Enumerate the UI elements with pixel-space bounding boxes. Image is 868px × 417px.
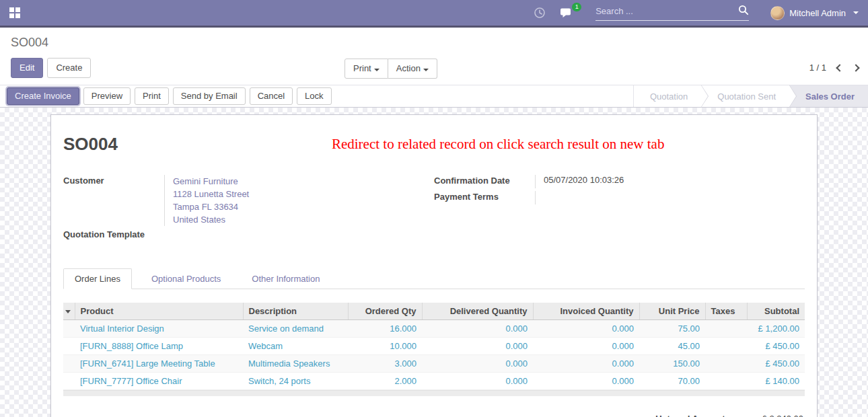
cell-delivered-qty[interactable]: 0.000 xyxy=(422,373,533,390)
cell-subtotal[interactable]: £ 450.00 xyxy=(747,355,805,373)
cell-subtotal[interactable]: £ 140.00 xyxy=(747,373,805,390)
cell-ordered-qty[interactable]: 3.000 xyxy=(348,355,422,373)
quotation-template-label: Quotation Template xyxy=(63,229,164,242)
field-groups: Customer Gemini Furniture 1128 Lunetta S… xyxy=(63,175,805,245)
user-menu[interactable]: Mitchell Admin xyxy=(770,6,859,20)
send-by-email-button[interactable]: Send by Email xyxy=(173,87,246,105)
order-totals: Untaxed Amount: £ 2,240.00 xyxy=(63,414,805,417)
table-header-row: Product Description Ordered Qty Delivere… xyxy=(63,303,805,320)
cell-product[interactable]: [FURN_6741] Large Meeting Table xyxy=(75,355,243,373)
cell-delivered-qty[interactable]: 0.000 xyxy=(422,338,533,355)
cancel-button[interactable]: Cancel xyxy=(250,87,293,105)
cell-unit-price[interactable]: 45.00 xyxy=(639,338,705,355)
sales-order-sheet: SO004 Redirect to related record on clic… xyxy=(50,114,818,417)
cell-invoiced-qty[interactable]: 0.000 xyxy=(533,338,639,355)
col-taxes[interactable]: Taxes xyxy=(705,303,747,320)
table-row[interactable]: Virtual Interior Design Service on deman… xyxy=(63,320,805,338)
tab-order-lines[interactable]: Order Lines xyxy=(63,268,132,289)
table-row[interactable]: [FURN_8888] Office Lamp Webcam 10.000 0.… xyxy=(63,338,805,355)
print-dropdown[interactable]: Print xyxy=(345,59,388,79)
cell-taxes[interactable] xyxy=(705,320,747,338)
cell-delivered-qty[interactable]: 0.000 xyxy=(422,320,533,338)
cell-description[interactable]: Switch, 24 ports xyxy=(243,373,348,390)
pager-count: 1 / 1 xyxy=(809,63,826,73)
state-quotation[interactable]: Quotation xyxy=(634,85,701,107)
cell-delivered-qty[interactable]: 0.000 xyxy=(422,355,533,373)
print-button[interactable]: Print xyxy=(135,87,169,105)
optional-columns-caret-icon[interactable] xyxy=(65,310,71,313)
untaxed-amount-value: £ 2,240.00 xyxy=(728,414,803,417)
top-navbar: 1 Mitchell Admin xyxy=(0,0,868,28)
annotation-text: Redirect to related record on click sear… xyxy=(332,136,664,153)
cell-taxes[interactable] xyxy=(705,373,747,390)
cell-taxes[interactable] xyxy=(705,338,747,355)
state-quotation-sent[interactable]: Quotation Sent xyxy=(701,85,789,107)
customer-country[interactable]: United States xyxy=(173,213,434,226)
print-action-group: Print Action xyxy=(345,59,437,79)
search-input[interactable] xyxy=(595,6,738,16)
preview-button[interactable]: Preview xyxy=(83,87,131,105)
cell-taxes[interactable] xyxy=(705,355,747,373)
pager: 1 / 1 xyxy=(809,63,859,73)
col-product[interactable]: Product xyxy=(75,303,243,320)
customer-street[interactable]: 1128 Lunetta Street xyxy=(173,188,434,200)
apps-menu-icon[interactable] xyxy=(9,7,20,18)
col-description[interactable]: Description xyxy=(243,303,348,320)
action-dropdown[interactable]: Action xyxy=(388,59,437,79)
quotation-template-value[interactable] xyxy=(164,229,434,242)
cell-invoiced-qty[interactable]: 0.000 xyxy=(533,373,639,390)
table-row[interactable]: [FURN_6741] Large Meeting Table Multimed… xyxy=(63,355,805,373)
cell-ordered-qty[interactable]: 10.000 xyxy=(348,338,422,355)
col-ordered-qty[interactable]: Ordered Qty xyxy=(348,303,422,320)
order-title: SO004 xyxy=(63,134,118,155)
cell-invoiced-qty[interactable]: 0.000 xyxy=(533,355,639,373)
cell-subtotal[interactable]: £ 450.00 xyxy=(747,338,805,355)
confirmation-date-label: Confirmation Date xyxy=(434,175,535,188)
col-delivered-quantity[interactable]: Delivered Quantity xyxy=(422,303,533,320)
cell-description[interactable]: Service on demand xyxy=(243,320,348,338)
order-lines-list: Product Description Ordered Qty Delivere… xyxy=(63,303,805,396)
create-button[interactable]: Create xyxy=(47,58,91,78)
table-row[interactable]: [FURN_7777] Office Chair Switch, 24 port… xyxy=(63,373,805,390)
cell-unit-price[interactable]: 70.00 xyxy=(639,373,705,390)
cell-product[interactable]: [FURN_8888] Office Lamp xyxy=(75,338,243,355)
table-footer-strip xyxy=(63,390,805,396)
payment-terms-label: Payment Terms xyxy=(434,191,535,204)
cell-description[interactable]: Webcam xyxy=(243,338,348,355)
cell-product[interactable]: [FURN_7777] Office Chair xyxy=(75,373,243,390)
status-pipeline: Quotation Quotation Sent Sales Order xyxy=(633,85,868,107)
breadcrumb[interactable]: SO004 xyxy=(11,36,857,50)
activities-clock-icon[interactable] xyxy=(534,7,546,19)
chevron-down-icon xyxy=(853,11,859,14)
lock-button[interactable]: Lock xyxy=(297,87,331,105)
cell-ordered-qty[interactable]: 2.000 xyxy=(348,373,422,390)
edit-button[interactable]: Edit xyxy=(11,58,43,78)
pager-next-icon[interactable] xyxy=(852,64,859,71)
cell-ordered-qty[interactable]: 16.000 xyxy=(348,320,422,338)
customer-value: Gemini Furniture 1128 Lunetta Street Tam… xyxy=(164,175,434,226)
messages-icon[interactable]: 1 xyxy=(560,7,574,19)
customer-city[interactable]: Tampa FL 33634 xyxy=(173,200,434,213)
global-search xyxy=(595,5,749,21)
pager-previous-icon[interactable] xyxy=(836,64,843,71)
cell-unit-price[interactable]: 150.00 xyxy=(639,355,705,373)
tab-other-information[interactable]: Other Information xyxy=(240,268,331,289)
chevron-down-icon xyxy=(374,69,379,71)
col-subtotal[interactable]: Subtotal xyxy=(747,303,805,320)
state-sales-order[interactable]: Sales Order xyxy=(789,85,868,107)
cell-invoiced-qty[interactable]: 0.000 xyxy=(533,320,639,338)
col-unit-price[interactable]: Unit Price xyxy=(639,303,705,320)
confirmation-date-value[interactable]: 05/07/2020 10:03:26 xyxy=(535,175,805,188)
cell-subtotal[interactable]: £ 1,200.00 xyxy=(747,320,805,338)
form-view-background: SO004 Redirect to related record on clic… xyxy=(0,108,868,417)
create-invoice-button[interactable]: Create Invoice xyxy=(7,87,79,105)
search-icon[interactable] xyxy=(738,5,749,17)
col-invoiced-quantity[interactable]: Invoiced Quantity xyxy=(533,303,639,320)
payment-terms-value[interactable] xyxy=(535,191,805,204)
tab-optional-products[interactable]: Optional Products xyxy=(140,268,232,289)
cell-product[interactable]: Virtual Interior Design xyxy=(75,320,243,338)
customer-name-link[interactable]: Gemini Furniture xyxy=(173,175,434,188)
untaxed-amount-label: Untaxed Amount: xyxy=(655,414,728,417)
cell-description[interactable]: Multimedia Speakers xyxy=(243,355,348,373)
cell-unit-price[interactable]: 75.00 xyxy=(639,320,705,338)
